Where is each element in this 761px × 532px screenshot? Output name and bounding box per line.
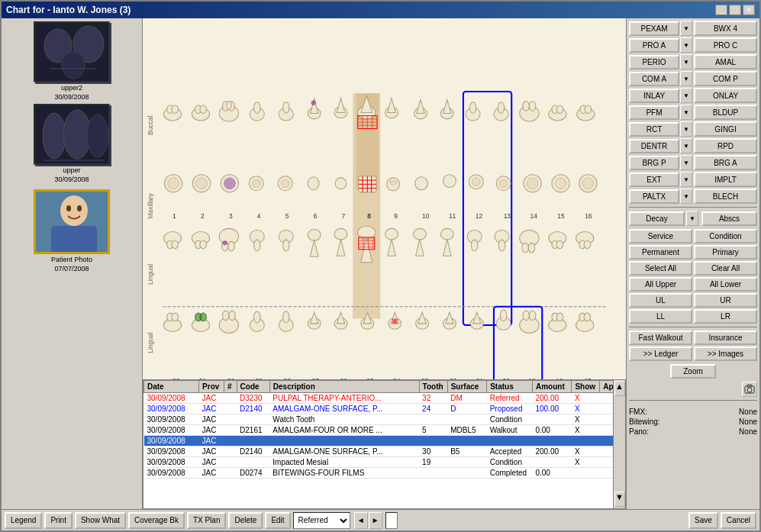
col-code[interactable]: Code	[237, 381, 269, 393]
inlay-dropdown[interactable]: ▼	[680, 88, 692, 103]
pro-a-button[interactable]: PRO A	[629, 38, 679, 53]
table-row[interactable]: 30/09/2008JACD0274BITEWINGS-FOUR FILMSCo…	[144, 468, 625, 479]
permanent-button[interactable]: Permanent	[629, 245, 692, 260]
decay-dropdown[interactable]: ▼	[686, 211, 698, 226]
bwx4-button[interactable]: BWX 4	[694, 21, 757, 36]
xray-image-1[interactable]	[34, 21, 110, 82]
brg-a-button[interactable]: BRG A	[694, 155, 757, 170]
table-row[interactable]: 30/09/2008JACD3230PULPAL THERAPY-ANTERIO…	[144, 393, 625, 404]
ur-button[interactable]: UR	[694, 293, 757, 308]
gingi-button[interactable]: GINGI	[694, 121, 757, 137]
primary-button[interactable]: Primary	[694, 245, 757, 260]
nav-input[interactable]	[385, 512, 398, 529]
lr-button[interactable]: LR	[694, 309, 757, 324]
patient-photo[interactable]	[34, 189, 110, 254]
paltx-button[interactable]: PALTX	[629, 189, 679, 204]
images-button[interactable]: >> Images	[694, 347, 757, 361]
condition-button[interactable]: Condition	[694, 229, 757, 243]
select-all-button[interactable]: Select All	[629, 261, 692, 276]
service-button[interactable]: Service	[629, 229, 692, 243]
pro-a-dropdown[interactable]: ▼	[680, 37, 692, 53]
camera-icon[interactable]	[742, 382, 757, 397]
svg-point-139	[222, 240, 227, 245]
edit-button[interactable]: Edit	[265, 512, 290, 529]
zoom-button[interactable]: Zoom	[670, 364, 716, 379]
nav-right-button[interactable]: ►	[369, 512, 382, 529]
pfm-button[interactable]: PFM	[629, 105, 679, 120]
col-amount[interactable]: Amount	[532, 381, 572, 393]
brg-p-button[interactable]: BRG P	[629, 156, 679, 170]
maximize-button[interactable]: □	[729, 5, 741, 15]
tx-plan-button[interactable]: TX Plan	[187, 512, 227, 529]
legend-button[interactable]: Legend	[5, 512, 42, 529]
coverage-bk-button[interactable]: Coverage Bk	[128, 512, 185, 529]
pfm-dropdown[interactable]: ▼	[680, 105, 692, 120]
paltx-dropdown[interactable]: ▼	[680, 189, 692, 204]
ext-button[interactable]: EXT	[629, 172, 679, 187]
com-p-button[interactable]: COM P	[694, 71, 757, 86]
table-scroll[interactable]: Date Prov # Code Description Tooth Surfa…	[143, 380, 625, 508]
svg-point-202	[556, 313, 563, 321]
pexam-dropdown[interactable]: ▼	[680, 21, 692, 36]
dentr-button[interactable]: DENTR	[629, 139, 679, 153]
nav-left-button[interactable]: ◄	[354, 512, 368, 529]
svg-point-126	[555, 178, 566, 189]
delete-button[interactable]: Delete	[228, 512, 263, 529]
cancel-button[interactable]: Cancel	[721, 512, 756, 529]
perio-dropdown[interactable]: ▼	[680, 54, 692, 69]
scrollbar[interactable]: ▲ ▼	[613, 380, 625, 508]
table-row[interactable]: 30/09/2008JACD2140AMALGAM-ONE SURFACE, P…	[144, 404, 625, 414]
fast-walkout-button[interactable]: Fast Walkout	[629, 330, 692, 345]
col-surface[interactable]: Surface	[447, 381, 487, 393]
table-row[interactable]: 30/09/2008JACD2161AMALGAM-FOUR OR MORE .…	[144, 425, 625, 436]
bldup-button[interactable]: BLDUP	[694, 105, 757, 120]
close-button[interactable]: ✕	[743, 5, 755, 15]
com-a-dropdown[interactable]: ▼	[680, 71, 692, 86]
insurance-button[interactable]: Insurance	[694, 330, 757, 345]
col-date[interactable]: Date	[144, 381, 199, 393]
amal-button[interactable]: AMAL	[694, 54, 757, 69]
minimize-button[interactable]: _	[715, 5, 727, 15]
col-status[interactable]: Status	[487, 381, 533, 393]
table-row[interactable]: 30/09/2008JACWatch ToothConditionX	[144, 414, 625, 425]
decay-button[interactable]: Decay	[629, 211, 685, 226]
com-a-button[interactable]: COM A	[629, 72, 679, 86]
xray-image-2[interactable]	[34, 104, 110, 165]
svg-point-179	[219, 317, 238, 333]
perio-button[interactable]: PERIO	[629, 55, 679, 69]
ledger-button[interactable]: >> Ledger	[629, 347, 692, 361]
ext-dropdown[interactable]: ▼	[680, 172, 692, 187]
scroll-up[interactable]: ▲	[614, 381, 625, 396]
inlay-button[interactable]: INLAY	[629, 89, 679, 103]
main-window: Chart for - Ianto W. Jones (3) _ □ ✕	[0, 0, 761, 532]
table-row[interactable]: 30/09/2008JAC	[144, 436, 625, 447]
rct-button[interactable]: RCT	[629, 122, 679, 137]
table-row[interactable]: 30/09/2008JACD2140AMALGAM-ONE SURFACE, P…	[144, 447, 625, 457]
abscs-button[interactable]: Abscs	[701, 211, 757, 226]
col-show[interactable]: Show	[572, 381, 600, 393]
clear-all-button[interactable]: Clear All	[694, 261, 757, 276]
blech-button[interactable]: BLECH	[694, 189, 757, 204]
ll-button[interactable]: LL	[629, 309, 692, 324]
col-desc[interactable]: Description	[269, 381, 419, 393]
scroll-down[interactable]: ▼	[614, 492, 625, 507]
col-num[interactable]: #	[224, 381, 237, 393]
all-lower-button[interactable]: All Lower	[694, 277, 757, 292]
ul-button[interactable]: UL	[629, 293, 692, 308]
rct-dropdown[interactable]: ▼	[680, 121, 692, 137]
rpd-button[interactable]: RPD	[694, 138, 757, 153]
show-what-button[interactable]: Show What	[75, 512, 126, 529]
all-upper-button[interactable]: All Upper	[629, 277, 692, 292]
col-prov[interactable]: Prov	[199, 381, 224, 393]
status-select[interactable]: Referred Proposed Accepted Completed Wal…	[293, 512, 350, 529]
print-button[interactable]: Print	[44, 512, 73, 529]
onlay-button[interactable]: ONLAY	[694, 88, 757, 103]
pro-c-button[interactable]: PRO C	[694, 37, 757, 53]
col-tooth[interactable]: Tooth	[419, 381, 447, 393]
table-row[interactable]: 30/09/2008JACImpacted Mesial19ConditionX	[144, 457, 625, 468]
pexam-button[interactable]: PEXAM	[629, 21, 679, 36]
dentr-dropdown[interactable]: ▼	[680, 138, 692, 153]
implt-button[interactable]: IMPLT	[694, 172, 757, 187]
save-button[interactable]: Save	[688, 512, 718, 529]
brg-p-dropdown[interactable]: ▼	[680, 155, 692, 170]
